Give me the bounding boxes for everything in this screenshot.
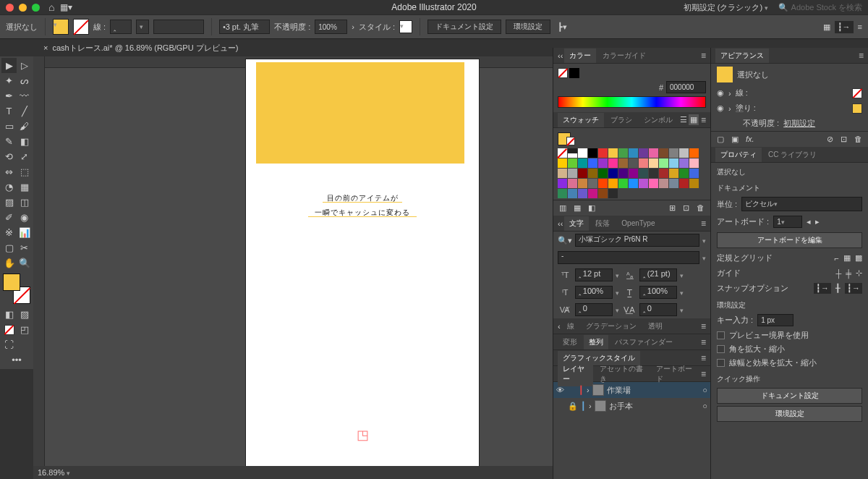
swatch-item[interactable]	[608, 148, 618, 158]
swatch-item[interactable]	[598, 189, 608, 198]
slice-tool[interactable]: ✂	[17, 240, 32, 255]
panel-menu-icon[interactable]: ≡	[701, 353, 706, 363]
canvas-area[interactable]: 目の前のアイテムが 一瞬でキャッシュに変わる ◳	[33, 56, 553, 479]
swatch-item[interactable]	[578, 169, 587, 178]
doc-setup-button-2[interactable]: ドキュメント設定	[717, 388, 862, 404]
swatch-item[interactable]	[568, 179, 577, 188]
new-stroke-icon[interactable]: ▢	[717, 135, 724, 144]
swatch-item[interactable]	[558, 189, 567, 198]
new-fill-icon[interactable]: ▣	[731, 135, 739, 144]
graphic-style-swatch[interactable]	[399, 20, 412, 33]
vw-profile[interactable]	[153, 20, 204, 34]
font-style-input[interactable]: -	[558, 251, 699, 264]
close-window-icon[interactable]	[6, 4, 14, 12]
curvature-tool[interactable]: 〰	[17, 88, 32, 103]
duplicate-icon[interactable]: ⊡	[841, 135, 847, 144]
stroke-weight-input[interactable]: ‸	[110, 20, 132, 34]
edit-toolbar-icon[interactable]: •••	[1, 352, 32, 368]
lasso-tool[interactable]: ᔕ	[17, 73, 32, 88]
collapse-icon[interactable]: ‹‹	[558, 219, 563, 228]
swatch-item[interactable]	[578, 148, 587, 158]
tab-color[interactable]: カラー	[564, 48, 596, 63]
swatch-options-icon[interactable]: ◧	[588, 203, 595, 213]
grid-view-icon[interactable]: ▦	[689, 114, 699, 125]
tab-appearance[interactable]: アピアランス	[715, 48, 769, 63]
swatch-item[interactable]	[649, 158, 658, 168]
swatch-item[interactable]	[578, 179, 587, 188]
color-mode-icon[interactable]: ◧	[1, 307, 17, 322]
chk-scale-corners[interactable]: 角を拡大・縮小	[711, 342, 868, 356]
tab-symbols[interactable]: シンボル	[639, 113, 678, 127]
swatch-item[interactable]	[608, 158, 618, 168]
perspective-tool[interactable]: ▦	[17, 179, 32, 195]
font-family-input[interactable]: 小塚ゴシック Pr6N R	[575, 234, 699, 247]
lock-icon[interactable]: 🔒	[568, 402, 578, 411]
fill-value-swatch[interactable]	[852, 103, 862, 114]
swatch-item[interactable]	[629, 179, 638, 188]
scale-tool[interactable]: ⤢	[17, 149, 32, 164]
snap-grid-icon[interactable]: ┇→	[845, 283, 862, 294]
rotate-tool[interactable]: ⟲	[1, 149, 17, 164]
fill-stroke-indicator[interactable]	[3, 274, 30, 304]
layer-row-2[interactable]: 🔒 ┃ › お手本 ○	[553, 398, 710, 414]
opacity-arrow-icon[interactable]: ›	[352, 22, 354, 31]
checkbox-icon[interactable]	[717, 345, 725, 353]
opacity-row-value[interactable]: 初期設定	[783, 118, 815, 129]
tab-properties[interactable]: プロパティ	[715, 148, 762, 162]
swatch-item[interactable]	[618, 148, 628, 158]
blend-tool[interactable]: ◉	[17, 210, 32, 225]
expand-icon[interactable]: ›	[589, 402, 592, 410]
swatch-item[interactable]	[659, 179, 668, 188]
fill-swatch[interactable]	[53, 19, 69, 35]
visibility-icon[interactable]: ◉	[717, 103, 724, 113]
chk-scale-strokes[interactable]: 線幅と効果を拡大・縮小	[711, 356, 868, 370]
panel-menu-icon[interactable]: ≡	[701, 321, 706, 331]
expand-icon[interactable]: ›	[728, 89, 731, 98]
width-tool[interactable]: ⇔	[1, 164, 17, 179]
prev-artboard-icon[interactable]: ◂	[807, 217, 811, 226]
clear-icon[interactable]: ⊘	[827, 135, 833, 144]
checkbox-icon[interactable]	[717, 359, 725, 367]
swatch-item[interactable]	[669, 148, 678, 158]
swatch-item[interactable]	[588, 189, 597, 198]
symbol-sprayer-tool[interactable]: ※	[1, 225, 17, 240]
tab-artboards[interactable]: アートボード	[651, 362, 699, 386]
gradient-tool[interactable]: ◫	[17, 195, 32, 210]
panel-menu-icon[interactable]: ≡	[701, 369, 706, 379]
close-tab-icon[interactable]: ×	[43, 43, 48, 52]
target-icon[interactable]: ○	[702, 386, 707, 394]
delete-icon[interactable]: 🗑	[854, 135, 862, 144]
panel-menu-icon[interactable]: ≡	[701, 115, 706, 125]
guide-lock-icon[interactable]: ╪	[846, 269, 851, 278]
swatch-item[interactable]	[588, 158, 597, 168]
swatch-item[interactable]	[649, 169, 658, 178]
tab-paragraph[interactable]: 段落	[590, 216, 615, 231]
chk-preview-bounds[interactable]: プレビュー境界を使用	[711, 328, 868, 342]
swatch-item[interactable]	[679, 169, 689, 178]
swatch-library-icon[interactable]: ▥	[559, 203, 566, 213]
swatch-item[interactable]	[659, 169, 668, 178]
swatch-item[interactable]	[578, 189, 587, 198]
ruler-vertical[interactable]	[33, 56, 45, 479]
visibility-icon[interactable]: ◉	[717, 88, 724, 98]
swatch-item[interactable]	[679, 148, 689, 158]
zoom-tool[interactable]: 🔍	[17, 255, 32, 271]
stock-search[interactable]: 🔍 Adobe Stock を検索	[778, 2, 862, 13]
selection-tool[interactable]: ▶	[1, 58, 17, 73]
swatch-item[interactable]	[639, 179, 648, 188]
grid-toggle-icon[interactable]: ▦	[843, 253, 851, 263]
swatch-item[interactable]	[568, 189, 577, 198]
tab-assets[interactable]: アセットの書き	[595, 362, 650, 386]
swatch-item[interactable]	[618, 158, 628, 168]
swatch-item[interactable]	[588, 169, 597, 178]
leading-input[interactable]: ‸ (21 pt)	[639, 268, 677, 281]
tab-transparency[interactable]: 透明	[643, 319, 668, 334]
shape-builder-tool[interactable]: ◔	[1, 179, 17, 195]
arrange-documents-icon[interactable]: ▦▾	[60, 2, 72, 12]
document-tab[interactable]: × cashトレース.ai* @ 16.89% (RGB/GPU プレビュー)	[43, 43, 238, 54]
paintbrush-tool[interactable]: 🖌	[17, 119, 32, 134]
expand-icon[interactable]: ›	[587, 386, 590, 394]
swatch-item[interactable]	[669, 169, 678, 178]
swatch-item[interactable]	[598, 179, 608, 188]
edit-artboard-button[interactable]: アートボードを編集	[717, 232, 862, 248]
